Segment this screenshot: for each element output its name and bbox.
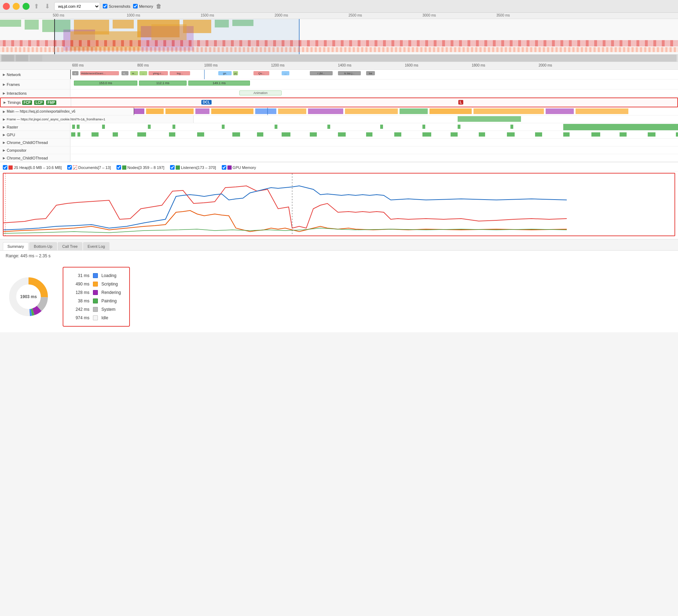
svg-rect-46 [380, 125, 383, 129]
gpu-label: GPU [7, 133, 15, 137]
svg-rect-27 [278, 108, 306, 114]
expand-raster[interactable]: ▶ [3, 125, 5, 129]
ruler-1000: 1000 ms [204, 63, 218, 67]
chrome-child-2-label: Chrome_ChildIOThread [7, 156, 48, 160]
svg-rect-64 [394, 132, 401, 137]
svg-rect-54 [113, 132, 118, 137]
svg-rect-24 [195, 108, 209, 114]
track-label-main[interactable]: ▶ Main — https://wq.jd.com/wxportal/inde… [0, 108, 134, 115]
net-bar-p: p| [233, 71, 238, 75]
net-bar-w: w... [130, 71, 138, 75]
screenshots-checkbox[interactable] [103, 4, 107, 8]
download-icon: ⬇ [45, 2, 50, 10]
minimize-button[interactable] [13, 3, 20, 10]
net-bar-c: c [72, 71, 79, 75]
maximize-button[interactable] [23, 3, 30, 10]
net-bar-yimg: yimg.c... [149, 71, 168, 75]
ruler-1600: 1600 ms [405, 63, 418, 67]
svg-rect-33 [546, 108, 574, 114]
svg-rect-22 [146, 108, 164, 114]
nodes-dot [122, 165, 126, 170]
memory-checkbox[interactable] [133, 4, 138, 8]
expand-chrome-child-1[interactable]: ▶ [3, 141, 5, 144]
track-label-frames[interactable]: ▶ Frames [0, 80, 70, 89]
documents-checkbox[interactable] [67, 165, 72, 170]
track-label-chrome-child-2[interactable]: ▶ Chrome_ChildIOThread [0, 154, 70, 162]
system-color [93, 307, 98, 312]
track-label-frame[interactable]: ▶ Frame — https://st.jingxi.com/_async_c… [0, 115, 194, 123]
svg-rect-57 [197, 132, 204, 137]
tab-event-log[interactable]: Event Log [83, 242, 110, 250]
legend-documents: ✓ Documents[7 – 13] [67, 165, 111, 170]
expand-main[interactable]: ▶ [3, 110, 5, 113]
ruler-tick-1500: 1500 ms [201, 13, 214, 17]
expand-interactions[interactable]: ▶ [3, 92, 5, 95]
overview-chart [0, 19, 678, 62]
close-button[interactable] [3, 3, 10, 10]
ruler-tick-1000: 1000 ms [127, 13, 140, 17]
trash-icon[interactable]: 🗑 [156, 3, 162, 10]
svg-rect-53 [92, 132, 99, 137]
timings-label: Timings [7, 100, 21, 105]
legend-nodes: Nodes[3 359 – 8 197] [117, 165, 164, 170]
tab-call-tree[interactable]: Call Tree [58, 242, 82, 250]
expand-chrome-child-2[interactable]: ▶ [3, 156, 5, 160]
loading-color [93, 273, 98, 278]
expand-frames[interactable]: ▶ [3, 83, 5, 86]
listeners-checkbox[interactable] [170, 165, 175, 170]
track-label-interactions[interactable]: ▶ Interactions [0, 89, 70, 97]
legend-gpu-memory: GPU Memory [222, 165, 256, 170]
idle-label: Idle [101, 315, 108, 320]
net-bar-ba: ba [366, 71, 375, 75]
net-bar-qu: Qu... [253, 71, 269, 75]
svg-rect-34 [576, 108, 628, 114]
nodes-label: Nodes[3 359 – 8 197] [127, 165, 164, 170]
raster-label: Raster [7, 125, 18, 129]
track-label-compositor[interactable]: ▶ Compositor [0, 146, 70, 154]
expand-gpu[interactable]: ▶ [3, 133, 5, 137]
memory-toggle[interactable]: Memory [133, 4, 153, 8]
expand-network[interactable]: ▶ [3, 73, 5, 76]
track-label-timings[interactable]: ▶ Timings FCP LCP FMP [1, 98, 71, 107]
svg-rect-66 [451, 132, 458, 137]
svg-rect-51 [71, 132, 75, 137]
track-label-chrome-child-1[interactable]: ▶ Chrome_ChildIOThread [0, 139, 70, 146]
ruler-tick-3000: 3000 ms [422, 13, 436, 17]
track-label-network[interactable]: ▶ Network [0, 70, 70, 79]
js-heap-checkbox[interactable] [3, 165, 7, 170]
nodes-checkbox[interactable] [117, 165, 121, 170]
gpu-memory-checkbox[interactable] [222, 165, 226, 170]
summary-legend: 31 ms Loading 490 ms Scripting 128 ms Re… [63, 267, 130, 327]
track-raster: ▶ Raster [0, 123, 678, 131]
main-content [134, 108, 678, 115]
track-frames: ▶ Frames 153.0 ms 112.1 ms 149.1 ms [0, 80, 678, 89]
ruler-tick-2500: 2500 ms [349, 13, 362, 17]
profile-select[interactable]: wq.jd.com #2 [54, 2, 100, 11]
svg-rect-73 [648, 132, 655, 137]
expand-compositor[interactable]: ▶ [3, 149, 5, 152]
svg-rect-0 [0, 20, 21, 27]
svg-rect-56 [169, 132, 175, 137]
svg-rect-32 [473, 108, 544, 114]
frame-bar-1: 153.0 ms [74, 81, 137, 86]
svg-rect-63 [366, 132, 372, 137]
painting-ms: 38 ms [72, 298, 89, 303]
expand-frame[interactable]: ▶ [3, 118, 5, 121]
track-label-raster[interactable]: ▶ Raster [0, 123, 70, 131]
svg-rect-50 [563, 124, 678, 130]
svg-rect-58 [232, 132, 240, 137]
loading-label: Loading [101, 273, 117, 278]
legend-idle: 974 ms Idle [72, 315, 121, 320]
tab-summary[interactable]: Summary [3, 242, 29, 250]
track-label-gpu[interactable]: ▶ GPU [0, 131, 70, 138]
badge-fmp: FMP [46, 100, 56, 105]
svg-rect-67 [479, 132, 485, 137]
range-text: Range: 445 ms – 2.35 s [0, 251, 678, 261]
expand-timings[interactable]: ▶ [4, 101, 6, 104]
screenshots-toggle[interactable]: Screenshots [103, 4, 130, 8]
svg-rect-17 [1, 55, 677, 62]
network-content: c HiddenwordSearc... c_ w... ... yimg.c.… [70, 70, 678, 79]
tab-bottom-up[interactable]: Bottom-Up [29, 242, 57, 250]
gpu-memory-label: GPU Memory [233, 165, 256, 170]
painting-color [93, 298, 98, 303]
